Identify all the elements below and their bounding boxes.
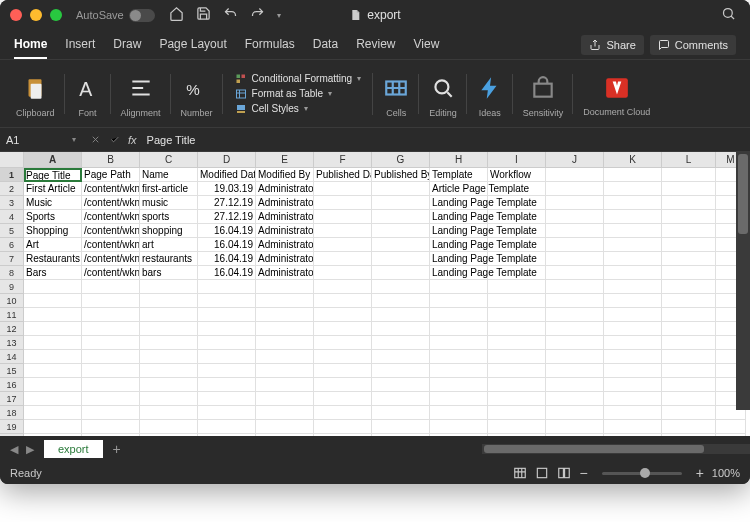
cell-A18[interactable] — [24, 406, 82, 420]
cell-K20[interactable] — [604, 434, 662, 436]
cell-I9[interactable] — [488, 280, 546, 294]
conditional-formatting-button[interactable]: Conditional Formatting▾ — [235, 73, 362, 85]
cell-D20[interactable] — [198, 434, 256, 436]
cell-G18[interactable] — [372, 406, 430, 420]
tab-view[interactable]: View — [414, 31, 440, 59]
row-header-20[interactable]: 20 — [0, 434, 24, 436]
row-header-6[interactable]: 6 — [0, 238, 24, 252]
horizontal-scrollbar[interactable] — [482, 444, 750, 454]
cell-G15[interactable] — [372, 364, 430, 378]
col-header-K[interactable]: K — [604, 152, 662, 168]
cell-B20[interactable] — [82, 434, 140, 436]
cell-E15[interactable] — [256, 364, 314, 378]
page-layout-view-icon[interactable] — [535, 466, 549, 480]
cell-K4[interactable] — [604, 210, 662, 224]
cell-F14[interactable] — [314, 350, 372, 364]
col-header-F[interactable]: F — [314, 152, 372, 168]
cell-A4[interactable]: Sports — [24, 210, 82, 224]
cell-A5[interactable]: Shopping — [24, 224, 82, 238]
cell-G9[interactable] — [372, 280, 430, 294]
cell-K15[interactable] — [604, 364, 662, 378]
cell-F12[interactable] — [314, 322, 372, 336]
cell-A12[interactable] — [24, 322, 82, 336]
cell-K19[interactable] — [604, 420, 662, 434]
row-header-9[interactable]: 9 — [0, 280, 24, 294]
cell-E8[interactable]: Administrator — [256, 266, 314, 280]
cell-B9[interactable] — [82, 280, 140, 294]
cell-A11[interactable] — [24, 308, 82, 322]
cell-B2[interactable]: /content/wknd — [82, 182, 140, 196]
cell-L11[interactable] — [662, 308, 716, 322]
cell-F6[interactable] — [314, 238, 372, 252]
sheet-tab[interactable]: export — [44, 440, 103, 458]
cells-group[interactable]: Cells — [373, 68, 419, 120]
cell-L13[interactable] — [662, 336, 716, 350]
cell-D2[interactable]: 19.03.19 — [198, 182, 256, 196]
select-all-corner[interactable] — [0, 152, 24, 168]
alignment-group[interactable]: Alignment — [111, 68, 171, 120]
tab-insert[interactable]: Insert — [65, 31, 95, 59]
zoom-out-button[interactable]: − — [579, 465, 587, 481]
cell-K18[interactable] — [604, 406, 662, 420]
cell-L3[interactable] — [662, 196, 716, 210]
cell-J17[interactable] — [546, 392, 604, 406]
cell-J12[interactable] — [546, 322, 604, 336]
cell-G7[interactable] — [372, 252, 430, 266]
cell-A9[interactable] — [24, 280, 82, 294]
cell-C13[interactable] — [140, 336, 198, 350]
cell-H20[interactable] — [430, 434, 488, 436]
cell-G6[interactable] — [372, 238, 430, 252]
cell-D19[interactable] — [198, 420, 256, 434]
cell-K8[interactable] — [604, 266, 662, 280]
zoom-slider[interactable] — [602, 472, 682, 475]
col-header-C[interactable]: C — [140, 152, 198, 168]
next-sheet-icon[interactable]: ▶ — [22, 443, 38, 456]
cell-I15[interactable] — [488, 364, 546, 378]
cell-J11[interactable] — [546, 308, 604, 322]
cell-I12[interactable] — [488, 322, 546, 336]
cell-B10[interactable] — [82, 294, 140, 308]
cell-K13[interactable] — [604, 336, 662, 350]
cell-J7[interactable] — [546, 252, 604, 266]
cell-H4[interactable]: Landing Page Template — [430, 210, 488, 224]
vertical-scrollbar[interactable] — [736, 152, 750, 410]
cell-J20[interactable] — [546, 434, 604, 436]
cell-J1[interactable] — [546, 168, 604, 182]
cell-F16[interactable] — [314, 378, 372, 392]
cancel-formula-icon[interactable] — [90, 134, 101, 145]
font-group[interactable]: A Font — [65, 68, 111, 120]
document-cloud-group[interactable]: Document Cloud — [573, 68, 660, 120]
cell-C11[interactable] — [140, 308, 198, 322]
cell-C16[interactable] — [140, 378, 198, 392]
cell-J5[interactable] — [546, 224, 604, 238]
cell-F10[interactable] — [314, 294, 372, 308]
save-icon[interactable] — [196, 6, 211, 24]
cell-K10[interactable] — [604, 294, 662, 308]
cell-F4[interactable] — [314, 210, 372, 224]
editing-group[interactable]: Editing — [419, 68, 467, 120]
cell-C4[interactable]: sports — [140, 210, 198, 224]
redo-icon[interactable] — [250, 6, 265, 24]
cell-D12[interactable] — [198, 322, 256, 336]
cell-K2[interactable] — [604, 182, 662, 196]
cell-I16[interactable] — [488, 378, 546, 392]
cell-G12[interactable] — [372, 322, 430, 336]
cell-E6[interactable]: Administrator — [256, 238, 314, 252]
cell-C14[interactable] — [140, 350, 198, 364]
cell-A7[interactable]: Restaurants — [24, 252, 82, 266]
cell-B17[interactable] — [82, 392, 140, 406]
cell-L14[interactable] — [662, 350, 716, 364]
col-header-D[interactable]: D — [198, 152, 256, 168]
cell-B11[interactable] — [82, 308, 140, 322]
cell-J6[interactable] — [546, 238, 604, 252]
cell-J9[interactable] — [546, 280, 604, 294]
col-header-E[interactable]: E — [256, 152, 314, 168]
cell-D17[interactable] — [198, 392, 256, 406]
cell-L2[interactable] — [662, 182, 716, 196]
row-header-1[interactable]: 1 — [0, 168, 24, 182]
cell-A8[interactable]: Bars — [24, 266, 82, 280]
cell-A15[interactable] — [24, 364, 82, 378]
cell-F9[interactable] — [314, 280, 372, 294]
cell-H8[interactable]: Landing Page Template — [430, 266, 488, 280]
autosave-toggle[interactable]: AutoSave — [76, 9, 155, 22]
